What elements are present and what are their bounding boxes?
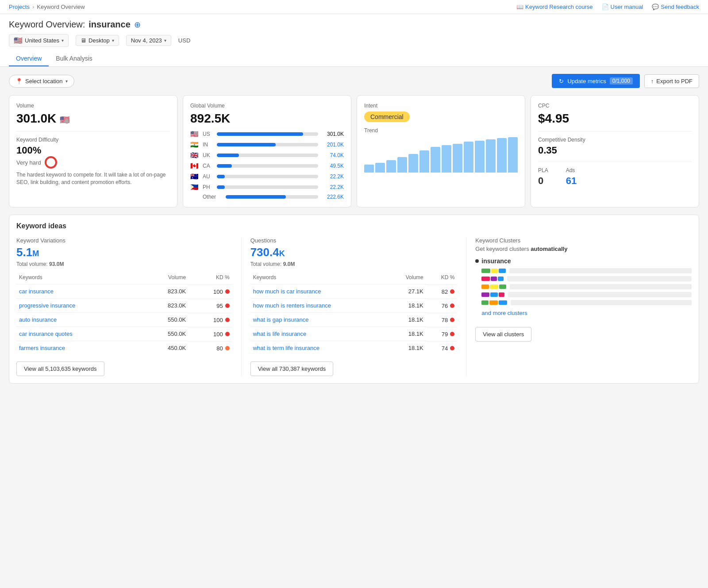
variations-col: Keyword Variations 5.1M Total volume: 93… — [16, 237, 242, 376]
cluster-color-bar — [481, 269, 490, 273]
date-chevron: ▾ — [164, 38, 166, 43]
ph-val: 22.2K — [322, 184, 344, 190]
table-row: how much is renters insurance 18.1K 76 — [250, 299, 458, 313]
trend-bar — [508, 137, 518, 173]
kw-link[interactable]: what is gap insurance — [253, 316, 309, 323]
volume-label: Volume — [16, 103, 170, 109]
country-selector[interactable]: 🇺🇸 United States ▾ — [9, 34, 69, 47]
intent-label: Intent — [364, 103, 518, 109]
cluster-color-bars — [481, 277, 504, 281]
variations-total: Total volume: 93.0M — [16, 261, 232, 267]
page-header: Keyword Overview: insurance ⊕ 🇺🇸 United … — [0, 14, 708, 67]
variations-table: Keywords Volume KD % car insurance 823.0… — [16, 273, 232, 355]
export-icon: ↑ — [651, 78, 654, 85]
export-button[interactable]: ↑ Export to PDF — [644, 74, 699, 88]
questions-count: 730.4 — [250, 246, 279, 259]
ca-val: 49.5K — [322, 163, 344, 169]
date-selector[interactable]: Nov 4, 2023 ▾ — [126, 35, 171, 46]
user-manual-link[interactable]: 📄 User manual — [602, 4, 643, 10]
kw-volume: 550.0K — [141, 327, 189, 341]
kw-link[interactable]: how much is renters insurance — [253, 302, 331, 309]
cluster-color-bar — [499, 292, 504, 297]
currency-label: USD — [178, 37, 190, 44]
variations-count-unit: M — [32, 249, 39, 258]
kd-indicator — [225, 304, 230, 308]
view-all-questions-button[interactable]: View all 730,387 keywords — [250, 361, 334, 376]
cpc-value: $4.95 — [538, 111, 692, 126]
au-code: AU — [203, 173, 213, 180]
volume-value: 301.0K 🇺🇸 — [16, 111, 170, 126]
kw-kd: 100 — [189, 284, 232, 299]
list-item — [481, 292, 692, 297]
ca-flag: 🇨🇦 — [190, 162, 199, 170]
kw-link[interactable]: car insurance — [19, 288, 54, 295]
cluster-item-label — [507, 276, 692, 281]
q-kw-header: Keywords — [250, 273, 388, 284]
add-keyword-icon[interactable]: ⊕ — [134, 20, 141, 30]
cluster-color-bar — [481, 292, 489, 297]
ph-flag: 🇵🇭 — [190, 183, 199, 191]
us-code: US — [203, 131, 213, 137]
pla-label: PLA — [538, 167, 548, 173]
country-chevron: ▾ — [62, 38, 64, 43]
table-row: how much is car insurance 27.1K 82 — [250, 284, 458, 299]
kw-link[interactable]: car insurance quotes — [19, 331, 73, 337]
kw-link[interactable]: how much is car insurance — [253, 288, 321, 295]
q-vol-header: Volume — [388, 273, 426, 284]
global-volume-label: Global Volume — [190, 103, 344, 109]
kw-link[interactable]: what is term life insurance — [253, 345, 319, 351]
cluster-item-label — [510, 284, 692, 289]
cluster-color-bar — [490, 284, 499, 289]
questions-count-unit: K — [279, 249, 285, 258]
cluster-color-bar — [498, 277, 504, 281]
device-selector[interactable]: 🖥 Desktop ▾ — [76, 35, 119, 46]
projects-link[interactable]: Projects — [9, 4, 30, 10]
pla-item: PLA 0 — [538, 167, 548, 187]
trend-label: Trend — [364, 127, 518, 134]
kw-volume: 27.1K — [388, 284, 426, 299]
kw-volume: 550.0K — [141, 313, 189, 327]
kw-link[interactable]: farmers insurance — [19, 345, 65, 351]
kd-indicator — [225, 318, 230, 322]
top-nav: Projects › Keyword Overview 📖 Keyword Re… — [0, 0, 708, 14]
device-label: Desktop — [88, 37, 110, 44]
book-icon: 📖 — [516, 4, 523, 10]
view-all-clusters-button[interactable]: View all clusters — [475, 327, 531, 342]
cluster-parent: insurance — [475, 257, 692, 265]
more-clusters-link[interactable]: and more clusters — [481, 310, 527, 316]
au-val: 22.2K — [322, 173, 344, 180]
send-feedback-link[interactable]: 💬 Send feedback — [652, 4, 699, 10]
cluster-color-bar — [491, 277, 497, 281]
kw-volume: 18.1K — [388, 313, 426, 327]
trend-bar — [475, 141, 485, 173]
variations-count: 5.1 — [16, 246, 32, 259]
tab-overview[interactable]: Overview — [9, 51, 49, 66]
kw-volume: 18.1K — [388, 327, 426, 341]
kd-indicator — [450, 318, 454, 322]
view-all-variations-button[interactable]: View all 5,103,635 keywords — [16, 361, 104, 376]
global-volume-value: 892.5K — [190, 111, 344, 126]
kd-difficulty: Very hard — [16, 156, 170, 169]
kw-link[interactable]: progressive insurance — [19, 302, 75, 309]
q-kd-header: KD % — [426, 273, 458, 284]
au-flag: 🇦🇺 — [190, 173, 199, 181]
cluster-item-label — [508, 292, 692, 297]
kw-link[interactable]: what is life insurance — [253, 331, 307, 337]
update-metrics-button[interactable]: ↻ Update metrics 0/1,000 — [552, 74, 639, 88]
cluster-items — [481, 268, 692, 305]
kd-value: 100% — [16, 145, 170, 156]
trend-bar — [386, 160, 396, 173]
kw-kd: 80 — [189, 341, 232, 355]
tabs: Overview Bulk Analysis — [9, 51, 699, 66]
select-location-button[interactable]: 📍 Select location ▾ — [9, 75, 74, 88]
date-label: Nov 4, 2023 — [131, 37, 162, 44]
questions-title: Questions — [250, 237, 458, 244]
metrics-grid: Volume 301.0K 🇺🇸 Keyword Difficulty 100%… — [9, 95, 699, 208]
page-meta: 🇺🇸 United States ▾ 🖥 Desktop ▾ Nov 4, 20… — [9, 34, 699, 51]
kw-link[interactable]: auto insurance — [19, 316, 57, 323]
keyword-research-course-link[interactable]: 📖 Keyword Research course — [516, 4, 593, 10]
trend-bar — [442, 145, 451, 173]
tab-bulk-analysis[interactable]: Bulk Analysis — [49, 51, 99, 66]
trend-bar — [431, 147, 440, 173]
kd-indicator — [225, 332, 230, 336]
